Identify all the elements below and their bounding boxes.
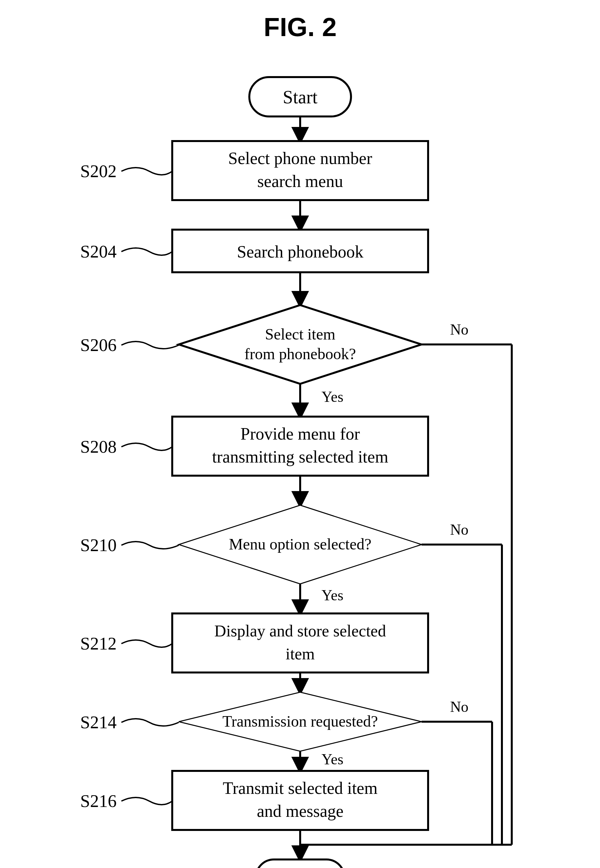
s214-no: No [450, 698, 468, 715]
s210-line1: Menu option selected? [229, 535, 372, 553]
s208-line1: Provide menu for [241, 424, 360, 443]
step-s204: Search phonebook [172, 230, 428, 272]
step-s208: Provide menu for transmitting selected i… [172, 417, 428, 476]
s214-line1: Transmission requested? [223, 712, 378, 730]
svg-marker-6 [179, 305, 421, 384]
svg-rect-26 [256, 859, 344, 868]
s206-line1: Select item [265, 326, 336, 343]
s206-line2: from phonebook? [244, 345, 356, 362]
s202-ref: S202 [80, 161, 117, 181]
s210-no: No [450, 521, 468, 538]
decision-s214: Transmission requested? [179, 692, 421, 751]
s204-ref: S204 [80, 242, 117, 261]
s212-ref: S212 [80, 634, 117, 653]
flowchart: FIG. 2 Start Select phone number search … [0, 0, 600, 868]
decision-s210: Menu option selected? [179, 505, 421, 584]
s208-line2: transmitting selected item [212, 447, 388, 466]
s202-line2: search menu [257, 172, 343, 191]
s204-line1: Search phonebook [237, 242, 364, 261]
s214-ref: S214 [80, 712, 117, 732]
decision-s206: Select item from phonebook? [179, 305, 421, 384]
figure-title: FIG. 2 [264, 12, 336, 42]
end-node: End [256, 859, 344, 868]
step-s216: Transmit selected item and message [172, 771, 428, 830]
s212-line2: item [286, 645, 315, 663]
step-s212: Display and store selected item [172, 614, 428, 673]
s216-line1: Transmit selected item [223, 779, 377, 797]
s208-ref: S208 [80, 437, 117, 457]
s216-line2: and message [257, 802, 344, 820]
s206-no: No [450, 321, 468, 338]
s214-yes: Yes [321, 751, 344, 768]
s206-ref: S206 [80, 335, 117, 355]
s216-ref: S216 [80, 791, 117, 811]
s210-ref: S210 [80, 535, 117, 555]
s206-yes: Yes [321, 388, 344, 405]
start-node: Start [249, 77, 351, 117]
s212-line1: Display and store selected [214, 622, 386, 640]
s210-yes: Yes [321, 587, 344, 604]
start-label: Start [283, 87, 318, 107]
step-s202: Select phone number search menu [172, 141, 428, 200]
s202-line1: Select phone number [228, 149, 372, 168]
